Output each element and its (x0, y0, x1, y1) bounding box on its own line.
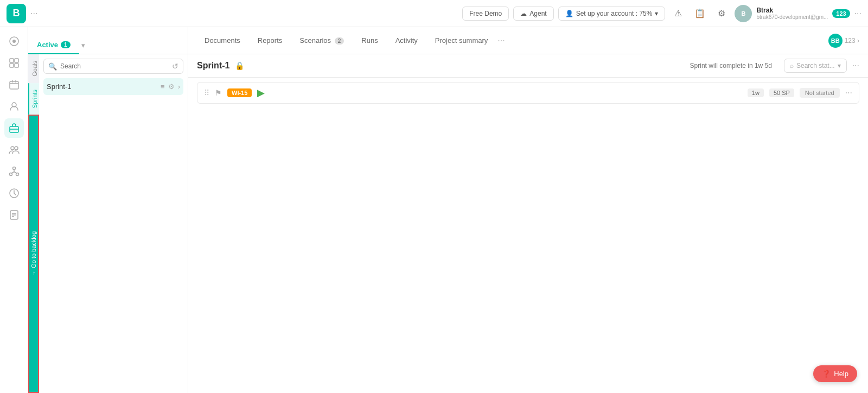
refresh-btn[interactable]: ↺ (172, 62, 178, 71)
nav-more-dots[interactable]: ··· (854, 9, 861, 18)
doc-icon-btn[interactable]: 📋 (691, 5, 709, 22)
second-panel: Active 1 ▾ Goals Sprints → (28, 27, 188, 393)
duration-chip: 1w (748, 88, 764, 97)
cloud-icon: ☁ (520, 10, 527, 17)
tab-runs[interactable]: Runs (354, 32, 385, 50)
setup-dropdown-icon: ▾ (655, 10, 658, 17)
tab-activity[interactable]: Activity (388, 32, 425, 50)
svg-rect-5 (15, 64, 18, 67)
free-demo-button[interactable]: Free Demo (462, 7, 509, 21)
setup-button[interactable]: 👤 Set up your account : 75% ▾ (558, 7, 666, 21)
sprint-title: Sprint-1 (197, 61, 229, 71)
go-backlog-arrow-icon: → (30, 270, 37, 276)
doc-icon: 📋 (694, 8, 705, 18)
play-icon[interactable]: ▶ (257, 87, 265, 99)
tab-active[interactable]: Active 1 (28, 36, 79, 54)
user-email: btrak670-development@gm... (756, 14, 828, 20)
svg-point-13 (11, 147, 14, 150)
svg-point-1 (12, 40, 16, 43)
settings-icon-btn[interactable]: ⚙ (713, 5, 730, 22)
nav-tabs: Documents Reports Scenarios 2 Runs Activ… (188, 27, 868, 54)
sprint-list-panel: 🔍 ↺ Sprint-1 ≡ ⚙ › (39, 54, 188, 393)
svg-rect-4 (10, 64, 14, 67)
search-stat-dropdown-icon[interactable]: ▾ (838, 62, 841, 69)
setup-label: Set up your account : 75% (576, 10, 653, 17)
pin-icon[interactable]: ⚑ (215, 88, 222, 97)
svg-rect-2 (10, 59, 14, 62)
header-expand-dots[interactable]: ··· (30, 9, 37, 18)
vtab-goals[interactable]: Goals (28, 54, 39, 83)
tab-active-label: Active (37, 41, 58, 49)
notification-badge[interactable]: 123 (832, 9, 850, 18)
app-logo[interactable]: B (7, 4, 26, 23)
main-content: Documents Reports Scenarios 2 Runs Activ… (188, 27, 868, 393)
tab-reports[interactable]: Reports (250, 32, 290, 50)
sprint-list-item[interactable]: Sprint-1 ≡ ⚙ › (43, 78, 183, 95)
main-layout: Active 1 ▾ Goals Sprints → (0, 27, 868, 393)
nav-count: 123 › (845, 37, 859, 45)
sidebar-item-user[interactable] (4, 97, 24, 116)
row-more-icon[interactable]: ··· (845, 88, 852, 98)
wi-badge: WI-15 (227, 88, 252, 97)
search-stat-input[interactable]: ⌕ Search stat... ▾ (784, 59, 847, 73)
lock-icon[interactable]: 🔒 (235, 61, 244, 70)
go-to-backlog-btn[interactable]: → Go to backlog (28, 115, 39, 393)
sprint-row: ⠿ ⚑ WI-15 ▶ 1w 50 SP Not started ··· (197, 82, 859, 104)
header: B ··· Free Demo ☁ Agent 👤 Set up your ac… (0, 0, 868, 27)
user-info: Btrak btrak670-development@gm... (756, 7, 828, 20)
settings-icon: ⚙ (718, 8, 725, 18)
sprint-arrow-icon[interactable]: › (178, 83, 180, 91)
vtab-sprints[interactable]: Sprints (28, 83, 39, 115)
status-badge: Not started (800, 88, 840, 98)
svg-point-15 (12, 167, 15, 170)
agent-label: Agent (529, 10, 546, 17)
go-backlog-label: Go to backlog (30, 231, 37, 268)
help-icon: ❓ (822, 370, 831, 378)
active-badge: 1 (61, 41, 71, 48)
free-demo-label: Free Demo (469, 10, 502, 17)
person-icon: 👤 (565, 10, 573, 17)
nav-more-icon[interactable]: ··· (497, 36, 505, 46)
sp-chip: 50 SP (769, 88, 794, 97)
sidebar-item-team[interactable] (4, 140, 24, 160)
tab-dropdown[interactable]: ▾ (79, 37, 87, 54)
user-name: Btrak (756, 7, 828, 14)
sidebar-item-clock[interactable] (4, 183, 24, 203)
warning-icon: ⚠ (674, 8, 682, 18)
sprint-header: Sprint-1 🔒 Sprint will complete in 1w 5d… (188, 54, 868, 78)
sidebar-item-invoice[interactable] (4, 205, 24, 225)
sprint-list-icon[interactable]: ≡ (161, 83, 165, 91)
tab-scenarios[interactable]: Scenarios 2 (292, 32, 352, 50)
sidebar-item-briefcase[interactable] (4, 118, 24, 138)
sprint-settings-icon[interactable]: ⚙ (168, 83, 175, 91)
second-panel-tabs: Active 1 ▾ (28, 27, 188, 54)
svg-rect-3 (15, 59, 18, 62)
svg-rect-6 (10, 81, 18, 89)
sprint-header-more-icon[interactable]: ··· (852, 61, 859, 71)
agent-button[interactable]: ☁ Agent (513, 7, 553, 21)
vtab-strip: Goals Sprints → Go to backlog (28, 54, 39, 393)
sidebar-item-grid[interactable] (4, 53, 24, 73)
vertical-tabs-area: Goals Sprints → Go to backlog 🔍 (28, 54, 188, 393)
dropdown-chevron-icon: ▾ (81, 41, 85, 49)
drag-handle-icon[interactable]: ⠿ (204, 88, 209, 97)
nav-user-badge: BB (828, 34, 843, 48)
tab-project-summary[interactable]: Project summary (427, 32, 496, 50)
sidebar-item-calendar[interactable] (4, 75, 24, 94)
sidebar (0, 27, 28, 393)
tab-documents[interactable]: Documents (197, 32, 248, 50)
warning-icon-btn[interactable]: ⚠ (669, 5, 687, 22)
search-icon: 🔍 (48, 62, 57, 71)
sidebar-item-org[interactable] (4, 162, 24, 181)
help-label: Help (834, 370, 848, 378)
search-stat-placeholder: Search stat... (796, 62, 835, 69)
search-input[interactable] (60, 62, 169, 70)
search-stat-icon: ⌕ (790, 62, 794, 69)
sidebar-item-home[interactable] (4, 31, 24, 51)
svg-point-14 (15, 147, 18, 150)
avatar[interactable]: B (735, 5, 752, 22)
sprint-item-name: Sprint-1 (47, 83, 157, 91)
sprint-row-area: ⠿ ⚑ WI-15 ▶ 1w 50 SP Not started ··· (188, 78, 868, 393)
help-button[interactable]: ❓ Help (813, 365, 857, 382)
sprint-complete-text: Sprint will complete in 1w 5d (250, 62, 772, 69)
